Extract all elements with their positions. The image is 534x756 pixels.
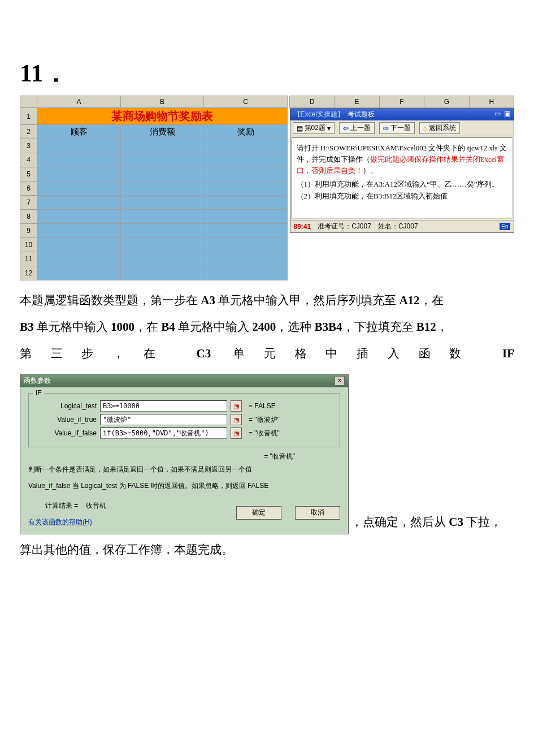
next-question-button[interactable]: ⇨ 下一题 [379,122,415,134]
row-11[interactable]: 11 [20,252,37,266]
cell-B11[interactable] [120,252,204,266]
cell-B3[interactable] [120,139,204,153]
row-12[interactable]: 12 [20,266,37,280]
explanation-final: 算出其他的值，保存工作簿，本题完成。 [20,538,514,562]
cell-C3[interactable] [204,139,288,153]
cell-B9[interactable] [120,224,204,238]
cell-A8[interactable] [37,210,121,224]
col-E[interactable]: E [335,96,379,108]
question-select-label: 第02题 [305,123,325,133]
cell-C12[interactable] [204,266,288,280]
col-A[interactable]: A [37,96,121,108]
row-6[interactable]: 6 [20,182,37,196]
label-value-false: Value_if_false [34,429,97,437]
back-system-button[interactable]: ⌂ 返回系统 [419,122,460,134]
range-picker-icon[interactable]: ⬔ [231,414,242,425]
row-10[interactable]: 10 [20,238,37,252]
screenshot-row-1: A B C 1 某商场购物节奖励表 2 顾客 消费额 奖励 3 4 5 6 7 … [20,96,514,280]
cell-B7[interactable] [120,196,204,210]
col-B[interactable]: B [120,96,204,108]
explanation-line-3: 第三步，在 C3 单元格中插入函数 IF [20,342,514,366]
cell-C4[interactable] [204,153,288,167]
corner-cell [20,96,37,108]
exam-status-bar: 89:41 准考证号：CJ007 姓名：CJ007 En [290,220,514,232]
fieldset-legend: IF [33,389,44,397]
dialog-title-bar[interactable]: 函数参数 × [20,374,348,387]
col-H[interactable]: H [469,96,514,108]
header-reward[interactable]: 奖励 [204,125,288,139]
cell-C6[interactable] [204,182,288,196]
range-picker-icon[interactable]: ⬔ [231,400,242,412]
explanation-line-2: B3 单元格中输入 1000，在 B4 单元格中输入 2400，选种 B3B4，… [20,315,514,339]
exam-toolbar: ▤ 第02题 ▾ ⇦ 上一题 ⇨ 下一题 ⌂ 返回系统 [290,120,514,136]
cell-C10[interactable] [204,238,288,252]
cell-C9[interactable] [204,224,288,238]
ok-button[interactable]: 确定 [236,506,281,520]
cell-C5[interactable] [204,167,288,182]
cell-B12[interactable] [120,266,204,280]
question-select[interactable]: ▤ 第02题 ▾ [293,122,335,134]
row-4[interactable]: 4 [20,153,37,167]
cell-A11[interactable] [37,252,121,266]
row-8[interactable]: 8 [20,210,37,224]
close-icon[interactable]: × [335,376,345,386]
result-logical-test: = FALSE [249,402,276,410]
col-D[interactable]: D [290,96,335,108]
prev-question-button[interactable]: ⇦ 上一题 [339,122,375,134]
book-icon: ▤ [297,124,303,132]
spreadsheet: A B C 1 某商场购物节奖励表 2 顾客 消费额 奖励 3 4 5 6 7 … [20,96,288,280]
function-arguments-dialog: 函数参数 × IF Logical_test B3>=10000 ⬔ = FAL… [20,374,349,534]
col-C[interactable]: C [204,96,288,108]
cell-B5[interactable] [120,167,204,182]
row-9[interactable]: 9 [20,224,37,238]
function-description: 判断一个条件是否满足，如果满足返回一个值，如果不满足则返回另一个值 [28,465,340,474]
cell-C11[interactable] [204,252,288,266]
cell-C8[interactable] [204,210,288,224]
exam-title-1: 【Excel实操题】 [294,110,344,119]
input-value-false[interactable]: if(B3>=5000,"DVD","收音机") [100,427,227,439]
cell-A7[interactable] [37,196,121,210]
cell-B4[interactable] [120,153,204,167]
input-logical-test[interactable]: B3>=10000 [100,400,227,412]
range-picker-icon[interactable]: ⬔ [231,427,242,439]
row-7[interactable]: 7 [20,196,37,210]
dialog-row: 函数参数 × IF Logical_test B3>=10000 ⬔ = FAL… [20,374,514,534]
arrow-left-icon: ⇦ [343,124,349,132]
title-cell[interactable]: 某商场购物节奖励表 [37,108,288,125]
cell-A6[interactable] [37,182,121,196]
help-link[interactable]: 有关该函数的帮助(H) [28,518,92,526]
cancel-button[interactable]: 取消 [295,506,340,520]
ime-indicator[interactable]: En [500,223,510,230]
row-5[interactable]: 5 [20,167,37,182]
cell-A3[interactable] [37,139,121,153]
row-1[interactable]: 1 [20,108,37,125]
exam-step-2: （2）利用填充功能，在B3:B12区域输入初始值 [297,191,507,202]
cell-B8[interactable] [120,210,204,224]
if-fieldset: IF Logical_test B3>=10000 ⬔ = FALSE Valu… [28,393,340,447]
column-header-row: A B C [20,96,288,108]
exam-instructions: 请打开 H:\SOWER\UPESEXAM\Excel002 文件夹下的 tjc… [292,137,513,219]
header-customer[interactable]: 顾客 [37,125,121,139]
cell-B6[interactable] [120,182,204,196]
row-3[interactable]: 3 [20,139,37,153]
col-G[interactable]: G [424,96,469,108]
col-F[interactable]: F [379,96,424,108]
result-value-true: = "微波炉" [249,415,280,425]
exam-body-post: ）。 [363,166,377,175]
cell-A5[interactable] [37,167,121,182]
cell-C7[interactable] [204,196,288,210]
cell-A12[interactable] [37,266,121,280]
minimize-icon[interactable]: ▭ [494,110,501,119]
label-value-true: Value_if_true [34,416,97,424]
cell-A9[interactable] [37,224,121,238]
header-amount[interactable]: 消费额 [120,125,204,139]
cell-B10[interactable] [120,238,204,252]
input-value-true[interactable]: "微波炉" [100,414,227,425]
cell-A4[interactable] [37,153,121,167]
row-2[interactable]: 2 [20,125,37,139]
exam-title-2: 考试题板 [348,110,375,119]
exam-panel: 【Excel实操题】 考试题板 ▭ ▣ ▤ 第02题 ▾ ⇦ 上一题 [290,108,514,233]
close-panel-icon[interactable]: ▣ [504,110,510,119]
exam-step-1: （1）利用填充功能，在A3:A12区域输入“甲、乙……癸”序列。 [297,179,507,190]
cell-A10[interactable] [37,238,121,252]
